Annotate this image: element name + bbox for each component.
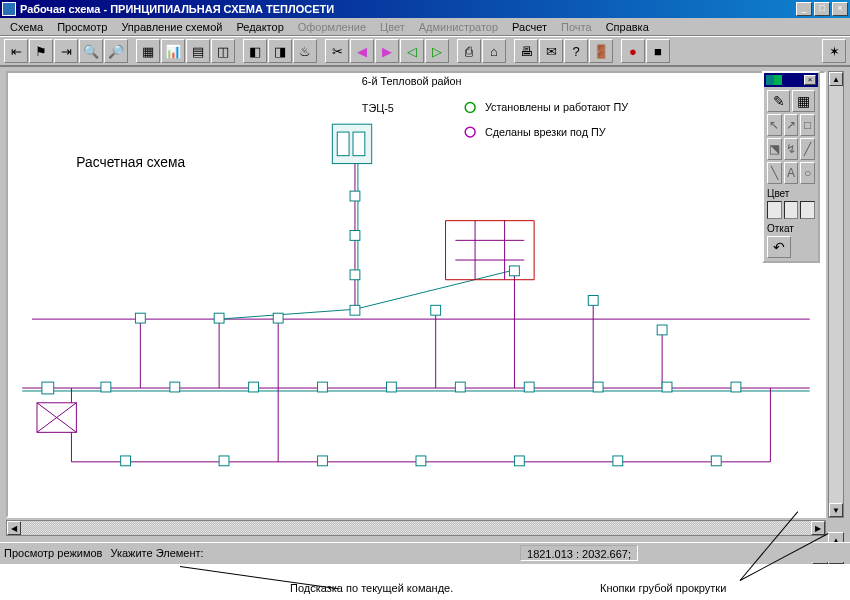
- menu-Схема[interactable]: Схема: [4, 20, 49, 34]
- menu-Редактор[interactable]: Редактор: [230, 20, 289, 34]
- menu-Администратор: Администратор: [413, 20, 504, 34]
- annot-coarse: Кнопки грубой прокрутки: [600, 582, 726, 594]
- toolbar-print[interactable]: 🖶: [514, 39, 538, 63]
- palette-tool-5[interactable]: ╱: [800, 138, 815, 160]
- toolbar-layers[interactable]: ◫: [211, 39, 235, 63]
- toolbar-arrow-next[interactable]: ⇥: [54, 39, 78, 63]
- svg-rect-4: [353, 132, 365, 156]
- toolbar-cut[interactable]: ✂: [325, 39, 349, 63]
- scroll-up[interactable]: ▲: [829, 72, 843, 86]
- palette-btn-grid[interactable]: ▦: [792, 90, 815, 112]
- maximize-button[interactable]: □: [814, 2, 830, 16]
- palette-btn-edit[interactable]: ✎: [767, 90, 790, 112]
- toolbar-help[interactable]: ?: [564, 39, 588, 63]
- menu-Справка[interactable]: Справка: [600, 20, 655, 34]
- svg-rect-19: [455, 382, 465, 392]
- palette-tool-8[interactable]: ○: [800, 162, 815, 184]
- toolbar-fwd-green[interactable]: ▷: [425, 39, 449, 63]
- scroll-left[interactable]: ◀: [7, 521, 21, 535]
- palette-tool-6[interactable]: ╲: [767, 162, 782, 184]
- toolbar-record[interactable]: ●: [621, 39, 645, 63]
- toolbar-map[interactable]: ✶: [822, 39, 846, 63]
- toolbar-tool-a[interactable]: ⎙: [457, 39, 481, 63]
- toolbar-chart[interactable]: 📊: [161, 39, 185, 63]
- svg-rect-33: [350, 270, 360, 280]
- toolbar-table[interactable]: ▤: [186, 39, 210, 63]
- toolbar-back-green[interactable]: ◁: [400, 39, 424, 63]
- status-hint: Укажите Элемент:: [110, 547, 203, 559]
- toolbar-fire[interactable]: ♨: [293, 39, 317, 63]
- svg-rect-3: [337, 132, 349, 156]
- palette-tool-7[interactable]: A: [784, 162, 799, 184]
- toolbar-grid[interactable]: ▦: [136, 39, 160, 63]
- svg-rect-28: [514, 456, 524, 466]
- canvas-caption: Расчетная схема: [76, 155, 185, 170]
- svg-point-1: [465, 127, 475, 137]
- color-swatch[interactable]: [800, 201, 815, 219]
- vertical-scrollbar[interactable]: ▲ ▼: [828, 71, 844, 518]
- palette-close[interactable]: ×: [804, 75, 816, 85]
- menu-Управление схемой[interactable]: Управление схемой: [115, 20, 228, 34]
- svg-rect-16: [249, 382, 259, 392]
- svg-rect-15: [170, 382, 180, 392]
- svg-rect-22: [662, 382, 672, 392]
- nodes: [42, 191, 741, 466]
- annotations: Подсказка по текущей команде. Кнопки гру…: [0, 564, 850, 600]
- svg-rect-9: [431, 305, 441, 315]
- svg-rect-21: [593, 382, 603, 392]
- menu-Цвет: Цвет: [374, 20, 411, 34]
- svg-rect-23: [731, 382, 741, 392]
- svg-rect-12: [657, 325, 667, 335]
- legend-0: Установлены и работают ПУ: [485, 101, 628, 113]
- app-icon: [2, 2, 16, 16]
- menu-Расчет[interactable]: Расчет: [506, 20, 553, 34]
- svg-rect-14: [101, 382, 111, 392]
- svg-rect-24: [121, 456, 131, 466]
- toolbar-tool-b[interactable]: ⌂: [482, 39, 506, 63]
- svg-point-0: [465, 103, 475, 113]
- minimize-button[interactable]: _: [796, 2, 812, 16]
- svg-rect-29: [613, 456, 623, 466]
- canvas[interactable]: 6-й Тепловой район ТЭЦ-5 Установлены и р…: [6, 71, 826, 518]
- color-swatch[interactable]: [767, 201, 782, 219]
- menu-Оформление: Оформление: [292, 20, 372, 34]
- svg-rect-10: [510, 266, 520, 276]
- svg-rect-26: [318, 456, 328, 466]
- tool-palette[interactable]: × ✎ ▦ ↖↗□⬔↯╱╲A○ Цвет Откат ↶: [762, 71, 820, 263]
- horizontal-scrollbar[interactable]: ◀ ▶: [6, 520, 826, 536]
- svg-rect-7: [273, 313, 283, 323]
- palette-tool-1[interactable]: ↗: [784, 114, 799, 136]
- annot-hint: Подсказка по текущей команде.: [290, 582, 453, 594]
- svg-rect-32: [350, 231, 360, 241]
- palette-title[interactable]: ×: [764, 73, 818, 87]
- toolbar-edit1[interactable]: ◧: [243, 39, 267, 63]
- toolbar-arrow-prev[interactable]: ⇤: [4, 39, 28, 63]
- title-bar: Рабочая схема - ПРИНЦИПИАЛЬНАЯ СХЕМА ТЕП…: [0, 0, 850, 18]
- menu-Просмотр[interactable]: Просмотр: [51, 20, 113, 34]
- toolbar-flag[interactable]: ⚑: [29, 39, 53, 63]
- status-coords: 1821.013 : 2032.667;: [520, 545, 638, 561]
- palette-tool-3[interactable]: ⬔: [767, 138, 782, 160]
- toolbar-fwd-pink[interactable]: ▶: [375, 39, 399, 63]
- toolbar-mail[interactable]: ✉: [539, 39, 563, 63]
- svg-rect-13: [42, 382, 54, 394]
- toolbar: ⇤⚑⇥🔍🔎▦📊▤◫◧◨♨✂◀▶◁▷⎙⌂🖶✉?🚪●■✶: [0, 36, 850, 66]
- undo-button[interactable]: ↶: [767, 236, 791, 258]
- palette-tool-4[interactable]: ↯: [784, 138, 799, 160]
- toolbar-edit2[interactable]: ◨: [268, 39, 292, 63]
- close-button[interactable]: ×: [832, 2, 848, 16]
- color-swatch[interactable]: [784, 201, 799, 219]
- toolbar-exit[interactable]: 🚪: [589, 39, 613, 63]
- palette-color-label: Цвет: [767, 188, 815, 199]
- palette-tool-0[interactable]: ↖: [767, 114, 782, 136]
- svg-rect-27: [416, 456, 426, 466]
- palette-tool-2[interactable]: □: [800, 114, 815, 136]
- toolbar-stop[interactable]: ■: [646, 39, 670, 63]
- toolbar-zoom-in[interactable]: 🔍: [79, 39, 103, 63]
- scroll-down[interactable]: ▼: [829, 503, 843, 517]
- toolbar-back-pink[interactable]: ◀: [350, 39, 374, 63]
- toolbar-zoom-out[interactable]: 🔎: [104, 39, 128, 63]
- workspace: 6-й Тепловой район ТЭЦ-5 Установлены и р…: [0, 66, 850, 540]
- window-title: Рабочая схема - ПРИНЦИПИАЛЬНАЯ СХЕМА ТЕП…: [20, 3, 794, 15]
- svg-rect-18: [386, 382, 396, 392]
